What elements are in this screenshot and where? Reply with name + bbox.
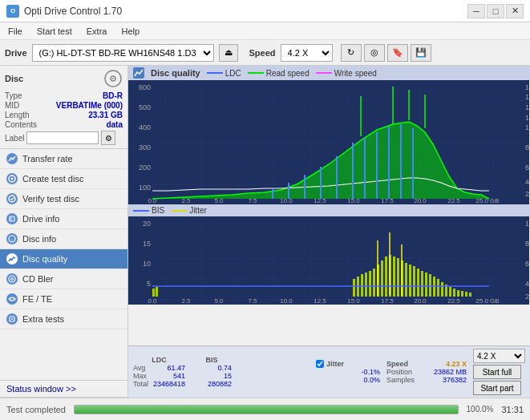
speed-select[interactable]: 4.2 X (281, 44, 333, 62)
start-part-button[interactable]: Start part (473, 381, 521, 395)
svg-point-11 (9, 276, 15, 282)
disc-label-label: Label (5, 134, 24, 143)
nav-drive-info-label: Drive info (22, 214, 59, 224)
start-full-button[interactable]: Start full (473, 365, 521, 379)
legend-ldc: LDC (207, 69, 241, 78)
disc-label-button[interactable]: ⚙ (101, 131, 115, 145)
svg-rect-86 (365, 273, 367, 297)
avg-bis-val: 0.74 (192, 364, 232, 372)
chart-area: Disc quality LDC Read speed Write speed (128, 66, 530, 398)
svg-text:12X: 12X (525, 114, 529, 122)
disc-mid-value: VERBATIMe (000) (56, 101, 123, 110)
svg-rect-108 (453, 289, 455, 297)
svg-text:2.5: 2.5 (181, 297, 191, 305)
minimize-button[interactable]: ─ (467, 4, 485, 18)
svg-rect-6 (10, 216, 14, 221)
disc-quality-header: Disc quality LDC Read speed Write speed (128, 66, 530, 80)
nav-transfer-rate[interactable]: Transfer rate (0, 149, 127, 169)
jitter-checkbox[interactable] (316, 360, 324, 368)
position-val: 23862 MB (434, 368, 467, 376)
speed-label: Speed (249, 48, 276, 58)
refresh-button[interactable]: ↻ (341, 44, 362, 62)
total-label-ldc: Total (133, 380, 148, 388)
bottom-chart-svg: 20 15 10 5 10% 8% 6% 4% 2% 0.0 2.5 5.0 7… (128, 216, 529, 305)
title-bar: O Opti Drive Control 1.70 ─ □ ✕ (0, 0, 530, 22)
menu-start-test[interactable]: Start test (34, 26, 75, 37)
drive-label: Drive (5, 48, 27, 58)
bis-stats: BIS 0.74 15 280882 (192, 356, 232, 388)
menu-extra[interactable]: Extra (83, 26, 111, 37)
svg-rect-107 (449, 287, 451, 297)
close-button[interactable]: ✕ (506, 4, 524, 18)
nav-drive-info[interactable]: Drive info (0, 209, 127, 229)
speed-select-stats[interactable]: 4.2 X (473, 349, 525, 363)
drive-action-buttons: ↻ ◎ 🔖 💾 (341, 44, 431, 62)
disc-length-row: Length 23.31 GB (5, 111, 123, 119)
svg-rect-99 (417, 269, 419, 297)
ldc-avg-row: Avg 61.47 (133, 364, 185, 372)
legend-jitter: Jitter (171, 206, 207, 215)
jitter-header-row: Jitter (316, 360, 380, 368)
legend-jitter-label: Jitter (189, 206, 207, 215)
bis-jitter-header: BIS Jitter (128, 204, 530, 216)
title-bar-controls[interactable]: ─ □ ✕ (467, 4, 524, 18)
disc-contents-value: data (106, 120, 123, 129)
eject-button[interactable]: ⏏ (219, 44, 238, 62)
nav-create-test-disc[interactable]: Create test disc (0, 169, 127, 189)
svg-text:4%: 4% (525, 280, 529, 288)
svg-text:5: 5 (147, 280, 151, 288)
svg-point-8 (11, 217, 12, 218)
menu-file[interactable]: File (5, 26, 26, 37)
disc-mid-row: MID VERBATIMe (000) (5, 101, 123, 110)
verify-disc-icon (6, 193, 18, 204)
disc-icon (103, 69, 123, 88)
max-jitter-val: 0.0% (316, 376, 380, 384)
avg-label-ldc: Avg (133, 364, 145, 372)
nav-disc-quality[interactable]: Disc quality (0, 249, 127, 269)
progress-bar-fill (75, 406, 458, 414)
svg-rect-110 (461, 291, 463, 297)
svg-text:8X: 8X (525, 143, 529, 151)
svg-point-12 (11, 278, 14, 281)
svg-text:10X: 10X (525, 123, 529, 131)
svg-rect-87 (369, 271, 371, 297)
app-title: Opti Drive Control 1.70 (24, 6, 122, 17)
disc-label-input[interactable] (26, 131, 99, 144)
action-btn-3[interactable]: 🔖 (387, 44, 408, 62)
progress-percent: 100.0% (467, 405, 494, 414)
svg-rect-100 (421, 271, 423, 297)
legend-bis-label: BIS (152, 206, 164, 215)
svg-text:20.0: 20.0 (414, 297, 427, 305)
svg-text:14X: 14X (525, 103, 529, 111)
maximize-button[interactable]: □ (487, 4, 504, 18)
extra-tests-icon (6, 313, 18, 325)
nav-extra-tests[interactable]: Extra tests (0, 309, 127, 329)
speed-col-header: Speed (386, 360, 408, 368)
disc-mid-label: MID (5, 101, 19, 110)
svg-text:7.5: 7.5 (248, 297, 257, 305)
nav-fe-te[interactable]: FE / TE (0, 289, 127, 309)
cd-bler-icon (6, 273, 18, 285)
action-btn-2[interactable]: ◎ (364, 44, 385, 62)
position-label: Position (386, 368, 412, 376)
nav-disc-info-label: Disc info (22, 234, 56, 244)
drive-select[interactable]: (G:) HL-DT-ST BD-RE WH16NS48 1.D3 (32, 44, 214, 62)
svg-text:6X: 6X (525, 164, 529, 172)
nav-cd-bler[interactable]: CD Bler (0, 269, 127, 289)
ldc-max-row: Max 541 (133, 372, 185, 380)
legend-write-speed: Write speed (316, 69, 377, 78)
save-button[interactable]: 💾 (411, 44, 431, 62)
main-content: Disc Type BD-R MID VERBATIMe (000) Lengt… (0, 66, 530, 398)
total-ldc-val: 23468418 (153, 380, 185, 388)
status-window-button[interactable]: Status window >> (0, 381, 127, 398)
max-label-ldc: Max (133, 372, 147, 380)
svg-rect-104 (437, 279, 439, 297)
sidebar: Disc Type BD-R MID VERBATIMe (000) Lengt… (0, 66, 128, 398)
nav-verify-test-disc[interactable]: Verify test disc (0, 189, 127, 209)
svg-text:6%: 6% (525, 260, 529, 268)
elapsed-time: 31:31 (501, 405, 524, 414)
fe-te-icon (6, 293, 18, 305)
menu-help[interactable]: Help (118, 26, 143, 37)
transfer-rate-icon (6, 153, 18, 164)
nav-disc-info[interactable]: i Disc info (0, 229, 127, 249)
